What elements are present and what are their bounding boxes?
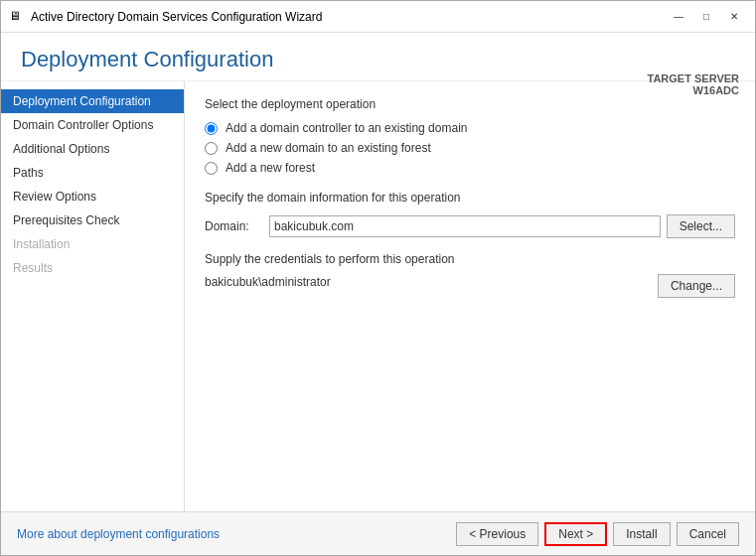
body-section: Deployment Configuration Domain Controll… bbox=[1, 81, 755, 511]
credentials-user: bakicubuk\administrator bbox=[205, 275, 331, 289]
window-icon: 🖥 bbox=[9, 9, 25, 25]
sidebar-item-deployment-configuration[interactable]: Deployment Configuration bbox=[1, 89, 184, 113]
next-button[interactable]: Next > bbox=[544, 522, 607, 546]
minimize-button[interactable]: — bbox=[666, 7, 691, 27]
install-button[interactable]: Install bbox=[613, 522, 670, 546]
target-server-name: W16ADC bbox=[648, 84, 740, 96]
sidebar-item-installation: Installation bbox=[1, 232, 184, 256]
sidebar-item-results: Results bbox=[1, 256, 184, 280]
sidebar-item-domain-controller-options[interactable]: Domain Controller Options bbox=[1, 113, 184, 137]
radio-group: Add a domain controller to an existing d… bbox=[205, 121, 735, 175]
radio-add-new-domain[interactable]: Add a new domain to an existing forest bbox=[205, 141, 735, 155]
title-bar: 🖥 Active Directory Domain Services Confi… bbox=[1, 1, 755, 33]
radio-add-existing-label: Add a domain controller to an existing d… bbox=[226, 121, 467, 135]
sidebar-item-additional-options[interactable]: Additional Options bbox=[1, 137, 184, 161]
radio-add-new-forest-input[interactable] bbox=[205, 162, 218, 175]
sidebar: Deployment Configuration Domain Controll… bbox=[1, 81, 185, 511]
close-button[interactable]: ✕ bbox=[721, 7, 747, 27]
select-button[interactable]: Select... bbox=[667, 214, 735, 238]
radio-add-existing-input[interactable] bbox=[205, 122, 218, 135]
cancel-button[interactable]: Cancel bbox=[677, 522, 739, 546]
domain-info-label: Specify the domain information for this … bbox=[205, 191, 735, 205]
radio-add-new-domain-label: Add a new domain to an existing forest bbox=[226, 141, 431, 155]
bottom-bar: More about deployment configurations < P… bbox=[1, 511, 755, 555]
window-controls: — □ ✕ bbox=[666, 7, 747, 27]
sidebar-item-prerequisites-check[interactable]: Prerequisites Check bbox=[1, 208, 184, 232]
change-button[interactable]: Change... bbox=[658, 274, 735, 298]
target-server-info: TARGET SERVER W16ADC bbox=[648, 72, 740, 96]
main-content: Select the deployment operation Add a do… bbox=[185, 81, 755, 511]
page-title: Deployment Configuration bbox=[21, 47, 735, 72]
deployment-operation-label: Select the deployment operation bbox=[205, 97, 735, 111]
maximize-button[interactable]: □ bbox=[693, 7, 719, 27]
credentials-label: Supply the credentials to perform this o… bbox=[205, 252, 735, 266]
main-wrapper: TARGET SERVER W16ADC Deployment Configur… bbox=[1, 33, 755, 555]
target-server-label: TARGET SERVER bbox=[648, 72, 740, 84]
radio-add-new-forest[interactable]: Add a new forest bbox=[205, 161, 735, 175]
domain-row: Domain: Select... bbox=[205, 214, 735, 238]
domain-input[interactable] bbox=[269, 215, 661, 237]
main-window: 🖥 Active Directory Domain Services Confi… bbox=[0, 0, 756, 556]
sidebar-item-review-options[interactable]: Review Options bbox=[1, 185, 184, 208]
radio-add-new-forest-label: Add a new forest bbox=[226, 161, 315, 175]
radio-add-existing[interactable]: Add a domain controller to an existing d… bbox=[205, 121, 735, 135]
deployment-help-link[interactable]: More about deployment configurations bbox=[17, 527, 220, 541]
page-header: Deployment Configuration bbox=[1, 33, 755, 81]
previous-button[interactable]: < Previous bbox=[456, 522, 538, 546]
window-title: Active Directory Domain Services Configu… bbox=[31, 10, 666, 24]
sidebar-item-paths[interactable]: Paths bbox=[1, 161, 184, 185]
bottom-buttons: < Previous Next > Install Cancel bbox=[456, 522, 739, 546]
domain-label: Domain: bbox=[205, 219, 269, 233]
radio-add-new-domain-input[interactable] bbox=[205, 142, 218, 155]
credentials-section: Supply the credentials to perform this o… bbox=[205, 252, 735, 298]
